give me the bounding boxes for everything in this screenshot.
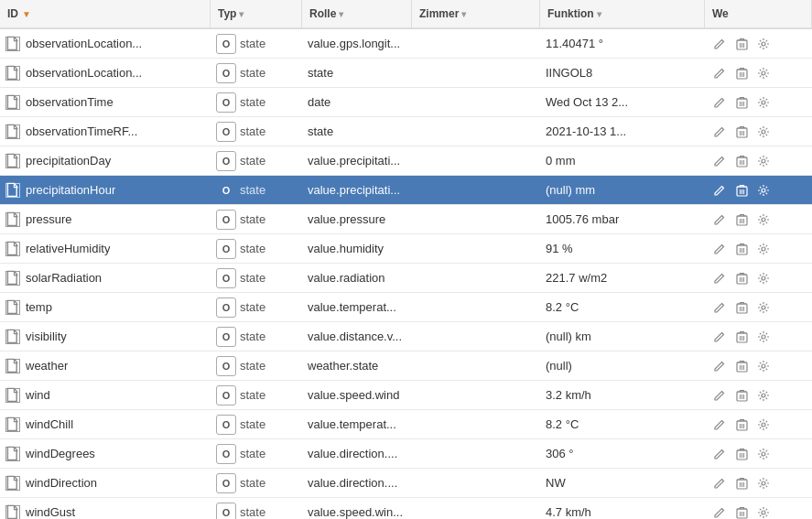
svg-point-19 <box>762 306 765 309</box>
settings-button[interactable] <box>754 269 773 287</box>
header-zimmer-label: Zimmer <box>419 7 459 20</box>
table-row[interactable]: precipitationDayOstatevalue.precipitati.… <box>0 146 812 176</box>
edit-button[interactable] <box>710 474 729 492</box>
table-row[interactable]: windDegreesOstatevalue.direction....306 … <box>0 439 812 469</box>
settings-button[interactable] <box>754 152 773 170</box>
file-icon <box>5 505 20 520</box>
table-row[interactable]: pressureOstatevalue.pressure1005.76 mbar <box>0 205 812 234</box>
settings-button[interactable] <box>754 298 773 317</box>
svg-point-29 <box>762 452 765 456</box>
header-typ-label: Typ <box>218 7 236 20</box>
col-id: wind <box>0 381 211 409</box>
settings-button[interactable] <box>754 123 773 141</box>
delete-button[interactable] <box>732 386 751 405</box>
rolle-value: date <box>308 95 330 109</box>
settings-button[interactable] <box>754 357 773 375</box>
table-row[interactable]: windGustOstatevalue.speed.win...4.7 km/h <box>0 498 812 519</box>
settings-button[interactable] <box>754 503 773 520</box>
header-col-rolle[interactable]: Rolle ▾ <box>302 0 412 27</box>
file-icon <box>5 476 20 491</box>
item-id-text: temp <box>26 300 52 314</box>
settings-button[interactable] <box>754 211 773 229</box>
col-typ: Ostate <box>211 498 302 519</box>
type-badge: O <box>216 34 236 54</box>
delete-button[interactable] <box>732 298 751 317</box>
edit-button[interactable] <box>710 416 729 434</box>
settings-button[interactable] <box>754 35 773 53</box>
edit-button[interactable] <box>710 357 729 375</box>
edit-button[interactable] <box>710 269 729 287</box>
col-funktion: 221.7 w/m2 <box>540 264 705 292</box>
header-col-zimmer[interactable]: Zimmer ▾ <box>412 0 540 27</box>
edit-button[interactable] <box>710 35 729 53</box>
edit-button[interactable] <box>710 445 729 463</box>
table-row[interactable]: observationLocation...OstatestateIINGOL8 <box>0 59 812 88</box>
svg-point-7 <box>762 130 765 134</box>
header-col-id[interactable]: ID ▼ <box>0 0 211 27</box>
delete-button[interactable] <box>732 357 751 375</box>
state-text: state <box>240 212 265 226</box>
edit-button[interactable] <box>710 298 729 317</box>
edit-button[interactable] <box>710 93 729 112</box>
settings-button[interactable] <box>754 416 773 434</box>
edit-button[interactable] <box>710 181 729 200</box>
delete-button[interactable] <box>732 93 751 112</box>
edit-button[interactable] <box>710 152 729 170</box>
delete-button[interactable] <box>732 269 751 287</box>
table-row[interactable]: relativeHumidityOstatevalue.humidity91 % <box>0 234 812 264</box>
svg-point-1 <box>762 42 765 46</box>
delete-button[interactable] <box>732 445 751 463</box>
file-icon <box>5 183 20 198</box>
settings-button[interactable] <box>754 240 773 258</box>
delete-button[interactable] <box>732 416 751 434</box>
delete-button[interactable] <box>732 211 751 229</box>
delete-button[interactable] <box>732 474 751 492</box>
header-col-funktion[interactable]: Funktion ▾ <box>540 0 705 27</box>
rolle-value: value.speed.wind <box>308 388 399 402</box>
edit-button[interactable] <box>710 328 729 346</box>
settings-button[interactable] <box>754 328 773 346</box>
delete-button[interactable] <box>732 123 751 141</box>
table-row[interactable]: windDirectionOstatevalue.direction....NW <box>0 469 812 498</box>
settings-button[interactable] <box>754 474 773 492</box>
table-row[interactable]: observationTimeOstatedateWed Oct 13 2... <box>0 88 812 117</box>
table-row[interactable]: observationTimeRF...Ostatestate2021-10-1… <box>0 117 812 146</box>
delete-button[interactable] <box>732 181 751 200</box>
table-row[interactable]: solarRadiationOstatevalue.radiation221.7… <box>0 264 812 293</box>
header-col-typ[interactable]: Typ ▾ <box>211 0 302 27</box>
delete-button[interactable] <box>732 35 751 53</box>
header-col-we[interactable]: We <box>705 0 812 27</box>
type-badge: O <box>216 63 236 83</box>
row-actions <box>705 269 778 287</box>
delete-button[interactable] <box>732 503 751 520</box>
table-row[interactable]: observationLocation...Ostatevalue.gps.lo… <box>0 29 812 59</box>
row-actions <box>705 240 778 258</box>
edit-button[interactable] <box>710 386 729 405</box>
delete-button[interactable] <box>732 152 751 170</box>
table-row[interactable]: tempOstatevalue.temperat...8.2 °C <box>0 293 812 322</box>
edit-button[interactable] <box>710 64 729 82</box>
svg-point-23 <box>762 364 765 368</box>
settings-button[interactable] <box>754 181 773 200</box>
settings-button[interactable] <box>754 386 773 405</box>
settings-button[interactable] <box>754 445 773 463</box>
table-row[interactable]: precipitationHourOstatevalue.precipitati… <box>0 176 812 205</box>
col-funktion: (null) <box>540 351 705 380</box>
edit-button[interactable] <box>710 503 729 520</box>
settings-button[interactable] <box>754 93 773 112</box>
edit-button[interactable] <box>710 211 729 229</box>
edit-button[interactable] <box>710 240 729 258</box>
table-row[interactable]: weatherOstateweather.state(null) <box>0 351 812 381</box>
delete-button[interactable] <box>732 240 751 258</box>
delete-button[interactable] <box>732 64 751 82</box>
rolle-value: value.precipitati... <box>308 183 400 197</box>
settings-button[interactable] <box>754 64 773 82</box>
edit-button[interactable] <box>710 123 729 141</box>
delete-button[interactable] <box>732 328 751 346</box>
table-row[interactable]: visibilityOstatevalue.distance.v...(null… <box>0 322 812 351</box>
table-row[interactable]: windOstatevalue.speed.wind3.2 km/h <box>0 381 812 410</box>
rolle-value: value.direction.... <box>308 476 397 490</box>
table-row[interactable]: windChillOstatevalue.temperat...8.2 °C <box>0 410 812 439</box>
data-table: ID ▼ Typ ▾ Rolle ▾ Zimmer ▾ Funktion ▾ W… <box>0 0 812 519</box>
col-zimmer <box>412 264 540 292</box>
